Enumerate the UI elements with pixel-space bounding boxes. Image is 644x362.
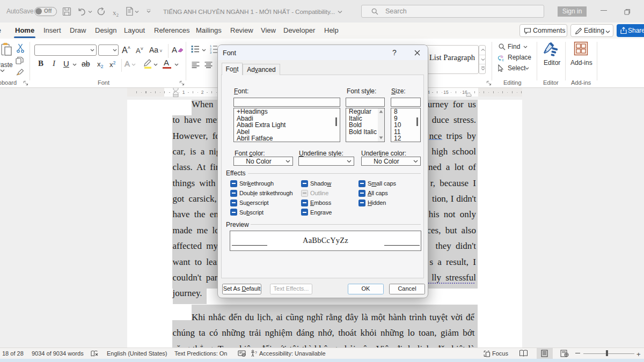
svg-text:3: 3 xyxy=(210,51,211,54)
svg-text:c: c xyxy=(502,57,504,62)
svg-text:?: ? xyxy=(255,351,257,354)
